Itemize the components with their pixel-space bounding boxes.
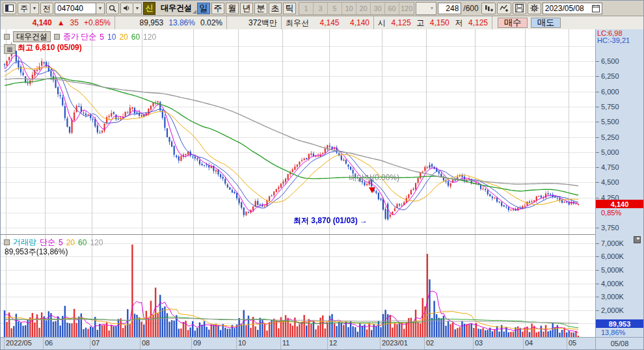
month-separator	[191, 338, 192, 349]
buy-button[interactable]: 매수	[498, 18, 528, 28]
month-label: 10	[238, 339, 246, 347]
sound-combo: ▼	[120, 3, 142, 14]
date-field[interactable]: 2023/05/08	[543, 3, 602, 14]
tab-monthly[interactable]: 월	[226, 3, 239, 14]
turnover-pct: 0.02%	[200, 18, 222, 27]
search-icon	[109, 5, 116, 12]
month-separator	[140, 338, 141, 349]
chart-toolbar: 주 ▼ 전 ▼ ▼ 신 대우건설 일 주 월 년 분 초 틱 1 3 5 10	[1, 1, 643, 16]
scale-tick-label: 7,000K	[601, 239, 624, 247]
price-scale[interactable]: LC:6,98 HC:-39,21 6,5006,2506,0005,7505,…	[595, 29, 643, 337]
panel-toggle-button[interactable]	[3, 3, 16, 14]
period-60[interactable]: 60	[385, 3, 399, 14]
ma10-label: 10	[107, 33, 116, 42]
tick-mark	[596, 243, 599, 244]
chart-region: 대우건설 종가 단순 5 10 20 60 120 최고 6,810 (05/0…	[1, 29, 643, 349]
month-separator	[327, 338, 328, 349]
panel-icon	[5, 5, 14, 12]
scale-tick-label: 6,000K	[601, 252, 624, 260]
scale-tick-label: 5,250	[601, 133, 619, 141]
month-separator	[424, 338, 425, 349]
save-button[interactable]	[513, 3, 526, 14]
volume-cell: 89,953 13.86% 0.02%	[115, 16, 227, 29]
period-3[interactable]: 3	[314, 3, 328, 14]
stock-code-input[interactable]	[55, 3, 96, 14]
period-120[interactable]: 120	[399, 3, 414, 14]
period-30[interactable]: 30	[371, 3, 385, 14]
month-label: 02	[426, 339, 434, 347]
settings-button[interactable]	[528, 3, 541, 14]
exdividend-annotation: 배당락(0.00%)	[349, 172, 399, 183]
add-indicator-button[interactable]	[481, 3, 496, 14]
x-axis[interactable]: 2022/05060708091011122023/0102030405 05/…	[1, 337, 643, 349]
add-trendline-button[interactable]	[497, 3, 511, 14]
sell-button[interactable]: 매도	[531, 18, 561, 28]
month-separator	[523, 338, 524, 349]
current-price: 4,140	[33, 18, 52, 27]
period-5[interactable]: 5	[328, 3, 342, 14]
period-20[interactable]: 20	[356, 3, 371, 14]
pane-maximize-icon[interactable]	[634, 236, 641, 243]
scale-tick-label: 5,750	[601, 103, 619, 111]
scale-tick-label: 3,750	[601, 224, 619, 232]
search-button[interactable]	[106, 3, 119, 14]
month-label: 11	[282, 339, 289, 347]
period-1[interactable]: 1	[299, 3, 314, 14]
candle-count-input[interactable]	[438, 3, 461, 14]
speaker-button[interactable]	[120, 3, 133, 14]
ma-type-label: 종가 단순	[63, 31, 96, 42]
chart-tool-icon[interactable]: ▦	[4, 44, 16, 54]
tick-mark	[596, 152, 599, 153]
price-change: 35	[70, 18, 79, 27]
tab-tick[interactable]: 틱	[283, 3, 296, 14]
scale-tick-label: 4,000K	[601, 280, 624, 288]
week-combo: 주 ▼	[18, 3, 39, 14]
month-separator	[90, 338, 90, 349]
best-bid: 4,140	[350, 18, 369, 27]
stock-chart-window: 주 ▼ 전 ▼ ▼ 신 대우건설 일 주 월 년 분 초 틱 1 3 5 10	[0, 0, 644, 350]
tab-second[interactable]: 초	[269, 3, 282, 14]
gear-icon	[530, 4, 539, 12]
scale-tick-label: 6,000	[601, 88, 619, 96]
vma120-label: 120	[90, 238, 103, 247]
open-label: 시	[378, 18, 386, 29]
vma20-label: 20	[66, 238, 75, 247]
month-separator	[380, 338, 381, 349]
scale-tick-label: 4,500	[601, 178, 619, 186]
legend-toggle-icon[interactable]	[54, 34, 60, 40]
chart-canvas[interactable]	[1, 29, 595, 337]
tab-daily[interactable]: 일	[197, 3, 210, 14]
period-selector: 1 3 5 10 20 30 60 120	[299, 2, 414, 15]
month-separator	[280, 338, 281, 349]
empty-period-combo[interactable]: ▼	[416, 2, 436, 15]
chevron-down-icon[interactable]: ▼	[133, 3, 142, 14]
tick-mark	[596, 228, 599, 228]
chevron-down-icon[interactable]: ▼	[96, 3, 105, 14]
prev-stock-button[interactable]: 전	[40, 3, 53, 14]
quote-info-bar: 4,140 ▲ 35 +0.85% 89,953 13.86% 0.02% 37…	[1, 16, 643, 30]
vma60-label: 60	[78, 238, 87, 247]
tab-yearly[interactable]: 년	[240, 3, 253, 14]
ma120-label: 120	[143, 33, 156, 42]
week-button[interactable]: 주	[18, 3, 31, 14]
ma60-label: 60	[131, 33, 140, 42]
legend-toggle-icon[interactable]	[4, 239, 10, 245]
trendline-add-icon	[500, 4, 509, 12]
month-label: 04	[525, 339, 533, 347]
period-10[interactable]: 10	[342, 3, 356, 14]
legend-stock-name[interactable]: 대우건설	[13, 31, 51, 42]
stock-name[interactable]: 대우건설	[157, 3, 196, 14]
tab-minute[interactable]: 분	[254, 3, 267, 14]
chevron-down-icon[interactable]: ▼	[31, 3, 39, 14]
high-label: 고	[416, 18, 424, 29]
scale-tick-label: 6,500	[601, 57, 619, 65]
tick-mark	[596, 310, 599, 311]
tab-weekly[interactable]: 주	[211, 3, 224, 14]
x-axis-end-label: 05/08	[595, 338, 643, 349]
month-label: 08	[142, 339, 150, 347]
ohl-cell: 시 4,125 고 4,150 저 4,125	[374, 16, 492, 29]
best-ask: 4,145	[319, 18, 339, 27]
candle-total-label: /600	[463, 4, 478, 13]
low-annotation: 최저 3,870 (01/03) →	[293, 215, 368, 226]
legend-toggle-icon[interactable]	[4, 34, 10, 40]
